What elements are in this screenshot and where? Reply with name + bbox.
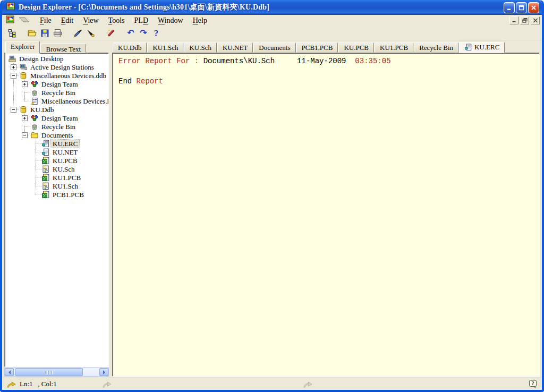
tree-item-label[interactable]: KU1.Sch [51, 182, 80, 190]
wand-tool-button[interactable] [104, 27, 117, 39]
panel-tab-browse-text[interactable]: Browse Text [40, 44, 86, 53]
tree-item-design-desktop[interactable]: Design Desktop [5, 55, 108, 63]
panel-tab-explorer[interactable]: Explorer [5, 41, 40, 54]
tree-item-label[interactable]: Recycle Bin [40, 89, 77, 97]
system-menu-arrow-icon[interactable] [18, 16, 31, 25]
close-button[interactable] [528, 2, 539, 13]
tree-expand-button[interactable] [22, 81, 28, 87]
mdi-document-icon[interactable] [5, 15, 15, 26]
tree-item-label[interactable]: KU1.PCB [51, 174, 82, 182]
window-title: Design Explorer - [C:\Documents and Sett… [19, 3, 503, 12]
document-tab-ku-sch[interactable]: KU.Sch [184, 42, 217, 53]
scroll-right-button[interactable] [99, 368, 108, 376]
tree-connector-line [36, 174, 36, 182]
client-area: ExplorerBrowse Text Design DesktopActive… [2, 40, 542, 378]
tree-item-ku-pcb[interactable]: KU.PCB [5, 157, 108, 165]
tree-connector-line [36, 186, 41, 186]
tree-item-label[interactable]: KU.ERC [51, 140, 79, 148]
tree-item-label[interactable]: Design Desktop [18, 55, 65, 63]
explorer-panel: ExplorerBrowse Text Design DesktopActive… [4, 41, 109, 377]
menu-window[interactable]: Window [153, 16, 188, 25]
tree-collapse-button[interactable] [11, 107, 16, 113]
tree-connector-line [24, 101, 30, 101]
tree-expand-button[interactable] [22, 115, 28, 121]
tree-item-label[interactable]: KU.NET [51, 148, 79, 156]
tree-item-pcb1-pcb[interactable]: PCB1.PCB [5, 191, 108, 199]
document-tab-ku-pcb[interactable]: KU.PCB [338, 42, 374, 53]
menu-file[interactable]: File [35, 16, 56, 25]
report-text-segment: End [118, 77, 137, 86]
tree-item-label[interactable]: KU.Ddb [29, 106, 55, 114]
tree-item-ku-sch[interactable]: KU.Sch [5, 165, 108, 174]
tree-item-ku1-sch[interactable]: KU1.Sch [5, 182, 108, 191]
tree-item-label[interactable]: KU.PCB [51, 157, 79, 165]
tree-item-label[interactable]: Design Team [40, 114, 80, 122]
scrollbar-thumb[interactable] [15, 368, 83, 376]
tree-item-label[interactable]: Recycle Bin [40, 123, 77, 131]
document-tab-ku1-sch[interactable]: KU1.Sch [147, 42, 183, 53]
save-button[interactable] [38, 27, 51, 39]
mdi-restore-button[interactable] [520, 16, 529, 24]
tree-item-label[interactable]: Documents [40, 131, 74, 139]
tree-item-ku-erc[interactable]: KU.ERC [5, 140, 108, 148]
tree-connector-line [24, 92, 30, 93]
tree-horizontal-scrollbar[interactable] [4, 368, 109, 377]
tree-item-ku-ddb[interactable]: KU.Ddb [5, 106, 108, 114]
tree-item-label[interactable]: Miscellaneous Devices.ddb [29, 72, 108, 80]
document-tab-ku-erc[interactable]: KU.ERC [459, 42, 505, 53]
tree-item-miscellaneous-devices-ddb[interactable]: Miscellaneous Devices.ddb [5, 72, 108, 80]
tree-item-recycle-bin[interactable]: Recycle Bin [5, 89, 108, 97]
menu-pld[interactable]: PLD [130, 16, 153, 25]
tree-item-design-team[interactable]: Design Team [5, 114, 108, 123]
tree-item-label[interactable]: PCB1.PCB [51, 191, 86, 199]
mdi-restore-icon [522, 18, 528, 23]
menu-tools[interactable]: Tools [104, 16, 130, 25]
pen-icon [86, 29, 95, 38]
tree-item-label[interactable]: Design Team [40, 80, 80, 88]
tree-collapse-button[interactable] [11, 73, 16, 79]
erc-report-editor[interactable]: Error Report For : Documents\KU.Sch 11-M… [112, 53, 540, 377]
help-button[interactable]: ? [150, 27, 163, 39]
report-text-segment [275, 57, 297, 65]
document-tab-documents[interactable]: Documents [253, 42, 295, 53]
report-text-segment: Error Report For [118, 57, 190, 65]
pen-tool-button[interactable] [84, 27, 97, 39]
tree-item-miscellaneous-devices-lib[interactable]: Miscellaneous Devices.lib [5, 97, 108, 106]
menu-edit[interactable]: Edit [56, 16, 78, 25]
document-tab-ku1-pcb[interactable]: KU1.PCB [375, 42, 413, 53]
scroll-left-button[interactable] [5, 368, 14, 376]
undo-button[interactable]: ↶ [124, 27, 137, 39]
minimize-button[interactable] [504, 2, 515, 13]
tree-item-active-design-stations[interactable]: Active Design Stations [5, 63, 108, 72]
tree-connector-line [36, 143, 41, 144]
tree-item-documents[interactable]: Documents [5, 131, 108, 140]
print-button[interactable] [51, 27, 64, 39]
knife-icon [73, 29, 82, 38]
tree-item-ku-net[interactable]: KU.NET [5, 148, 108, 157]
document-tab-ku-ddb[interactable]: KU.Ddb [113, 42, 147, 53]
open-document-button[interactable] [26, 27, 38, 39]
tree-item-label[interactable]: KU.Sch [51, 165, 76, 173]
tree-expand-button[interactable] [11, 64, 16, 70]
status-help-button[interactable]: ? [529, 380, 538, 389]
menu-help[interactable]: Help [188, 16, 212, 25]
team-icon [30, 114, 39, 123]
knife-tool-button[interactable] [71, 27, 84, 39]
mdi-close-button[interactable] [531, 16, 540, 24]
tree-item-recycle-bin[interactable]: Recycle Bin [5, 123, 108, 131]
document-tab-pcb1-pcb[interactable]: PCB1.PCB [296, 42, 338, 53]
explorer-tree[interactable]: Design DesktopActive Design StationsMisc… [4, 53, 109, 367]
document-tab-ku-net[interactable]: KU.NET [217, 42, 253, 53]
tree-item-label[interactable]: Miscellaneous Devices.lib [40, 97, 109, 105]
tree-item-label[interactable]: Active Design Stations [29, 63, 96, 71]
explorer-toggle-button[interactable] [5, 27, 18, 39]
menu-view[interactable]: View [78, 16, 104, 25]
redo-button[interactable]: ↷ [137, 27, 150, 39]
tree-collapse-button[interactable] [22, 132, 28, 138]
document-tab-recycle-bin[interactable]: Recycle Bin [414, 42, 458, 53]
mdi-minimize-button[interactable] [509, 16, 518, 24]
tree-guide-line [13, 97, 14, 106]
tree-item-design-team[interactable]: Design Team [5, 80, 108, 89]
maximize-button[interactable] [516, 2, 527, 13]
tree-item-ku1-pcb[interactable]: KU1.PCB [5, 174, 108, 182]
